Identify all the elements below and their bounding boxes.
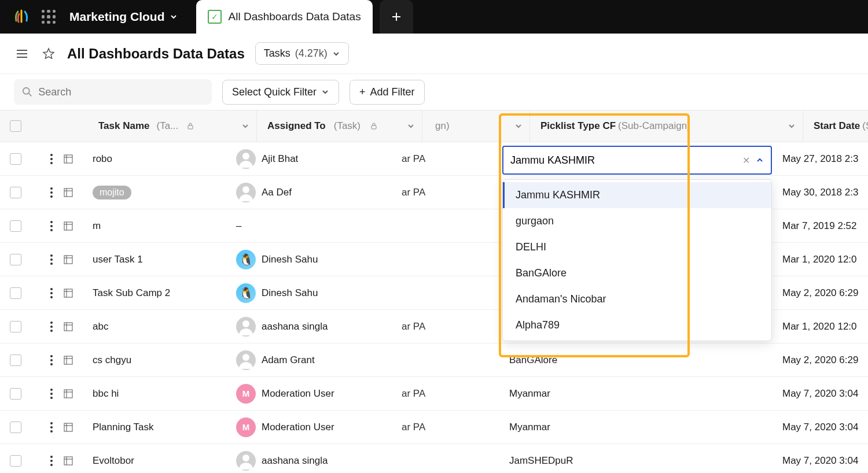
row-menu-button[interactable]: [50, 422, 53, 433]
row-checkbox[interactable]: [10, 354, 21, 366]
row-checkbox[interactable]: [10, 388, 21, 400]
task-name-cell[interactable]: user Task 1: [93, 254, 226, 265]
col-assigned-to[interactable]: Assigned To (Task): [257, 110, 422, 142]
col-partial-cut[interactable]: gn): [422, 110, 530, 142]
col-picklist-type[interactable]: Picklist Type CF (Sub-Campaign): [530, 110, 803, 142]
task-name-cell[interactable]: m: [93, 220, 226, 232]
table-row: Planning TaskMModeration Userar PAMyanma…: [0, 411, 868, 444]
picklist-input[interactable]: [510, 154, 742, 167]
col-start-label: Start Date: [814, 120, 860, 132]
assigned-cell[interactable]: aashana singla: [226, 451, 391, 471]
tasks-count-dropdown[interactable]: Tasks (4.27k): [255, 42, 349, 65]
expand-icon[interactable]: [63, 322, 73, 332]
start-date-cell[interactable]: May 2, 2020 6:29: [772, 287, 868, 299]
campaign-cell[interactable]: ar PA: [391, 422, 499, 433]
row-menu-button[interactable]: [50, 355, 53, 365]
svg-rect-15: [64, 423, 72, 431]
row-menu-button[interactable]: [50, 187, 53, 198]
col-task-name[interactable]: Task Name (Ta...: [31, 110, 257, 142]
active-tab[interactable]: ✓ All Dashboards Data Datas: [196, 0, 373, 34]
expand-icon[interactable]: [63, 355, 73, 365]
task-name-cell[interactable]: Evoltobor: [93, 455, 226, 467]
assigned-cell[interactable]: Adam Grant: [226, 350, 391, 370]
row-checkbox[interactable]: [10, 287, 21, 299]
row-checkbox[interactable]: [10, 187, 21, 198]
apps-launcher-icon[interactable]: [42, 10, 56, 24]
quick-filter-button[interactable]: Select Quick Filter: [222, 80, 339, 105]
row-menu-button[interactable]: [50, 154, 53, 164]
row-checkbox[interactable]: [10, 254, 21, 265]
picklist-cell[interactable]: Myanmar: [499, 388, 772, 400]
expand-icon[interactable]: [63, 456, 73, 466]
picklist-cell[interactable]: BanGAlore: [499, 354, 772, 366]
row-menu-button[interactable]: [50, 288, 53, 298]
expand-icon[interactable]: [63, 422, 73, 433]
start-date-cell[interactable]: Mar 1, 2020 12:0: [772, 321, 868, 332]
assigned-cell[interactable]: Dinesh Sahu: [226, 250, 391, 269]
task-name-cell[interactable]: bbc hi: [93, 388, 226, 400]
assigned-cell[interactable]: aashana singla: [226, 317, 391, 337]
select-all-checkbox[interactable]: [10, 120, 21, 132]
row-checkbox[interactable]: [10, 422, 21, 433]
row-checkbox[interactable]: [10, 455, 21, 467]
assigned-cell[interactable]: –: [226, 220, 391, 232]
col-start-date[interactable]: Start Date (Sub-: [803, 110, 868, 142]
add-tab-button[interactable]: [380, 0, 413, 34]
favorite-toggle[interactable]: [41, 46, 57, 62]
expand-icon[interactable]: [63, 389, 73, 399]
picklist-cell[interactable]: Myanmar: [499, 422, 772, 433]
add-filter-button[interactable]: + Add Filter: [350, 80, 425, 105]
picklist-option[interactable]: DELHI: [503, 234, 771, 260]
start-date-cell[interactable]: May 7, 2020 3:04: [772, 455, 868, 467]
row-menu-button[interactable]: [50, 389, 53, 399]
campaign-cell[interactable]: ar PA: [391, 153, 499, 165]
task-name-cell[interactable]: cs chgyu: [93, 354, 226, 366]
row-menu-button[interactable]: [50, 221, 53, 231]
start-date-cell[interactable]: May 30, 2018 2:3: [772, 187, 868, 198]
row-menu-button[interactable]: [50, 456, 53, 466]
search-input[interactable]: [38, 86, 204, 98]
task-name-cell[interactable]: Planning Task: [93, 422, 226, 433]
task-name-cell[interactable]: abc: [93, 321, 226, 332]
expand-icon[interactable]: [63, 254, 73, 265]
start-date-cell[interactable]: May 7, 2020 3:04: [772, 422, 868, 433]
task-name-cell[interactable]: Task Sub Camp 2: [93, 287, 226, 299]
assigned-cell[interactable]: MModeration User: [226, 417, 391, 437]
chevron-up-icon[interactable]: [756, 156, 764, 164]
assigned-cell[interactable]: MModeration User: [226, 384, 391, 404]
picklist-option[interactable]: BanGAlore: [503, 260, 771, 286]
row-checkbox[interactable]: [10, 220, 21, 232]
picklist-option[interactable]: gurgaon: [503, 208, 771, 234]
picklist-cell[interactable]: JamSHEDpuR: [499, 455, 772, 467]
start-date-cell[interactable]: May 2, 2020 6:29: [772, 354, 868, 366]
expand-icon[interactable]: [63, 221, 73, 231]
task-name-cell[interactable]: mojito: [93, 186, 226, 199]
expand-icon[interactable]: [63, 154, 73, 164]
row-menu-button[interactable]: [50, 322, 53, 332]
start-date-cell[interactable]: May 27, 2018 2:3: [772, 153, 868, 165]
picklist-editor-input[interactable]: ✕: [502, 146, 772, 175]
row-checkbox[interactable]: [10, 153, 21, 165]
assigned-cell[interactable]: Ajit Bhat: [226, 149, 391, 169]
campaign-cell[interactable]: ar PA: [391, 187, 499, 198]
picklist-option[interactable]: Alpha789: [503, 312, 771, 338]
campaign-cell[interactable]: ar PA: [391, 388, 499, 400]
hamburger-menu[interactable]: [14, 46, 30, 62]
picklist-option[interactable]: Jammu KASHMIR: [503, 182, 771, 208]
picklist-option[interactable]: Andaman's Nicobar: [503, 286, 771, 312]
svg-rect-14: [64, 390, 72, 398]
expand-icon[interactable]: [63, 288, 73, 298]
assigned-cell[interactable]: Dinesh Sahu: [226, 283, 391, 303]
campaign-cell[interactable]: ar PA: [391, 321, 499, 332]
row-checkbox[interactable]: [10, 321, 21, 332]
product-switcher[interactable]: Marketing Cloud: [69, 10, 187, 24]
start-date-cell[interactable]: Mar 1, 2020 12:0: [772, 254, 868, 265]
task-name-cell[interactable]: robo: [93, 153, 226, 165]
start-date-cell[interactable]: May 7, 2020 3:04: [772, 388, 868, 400]
start-date-cell[interactable]: Mar 7, 2019 2:52: [772, 220, 868, 232]
expand-icon[interactable]: [63, 187, 73, 198]
row-menu-button[interactable]: [50, 254, 53, 265]
search-box[interactable]: [14, 79, 212, 105]
assigned-cell[interactable]: Aa Def: [226, 183, 391, 202]
clear-icon[interactable]: ✕: [742, 155, 750, 166]
